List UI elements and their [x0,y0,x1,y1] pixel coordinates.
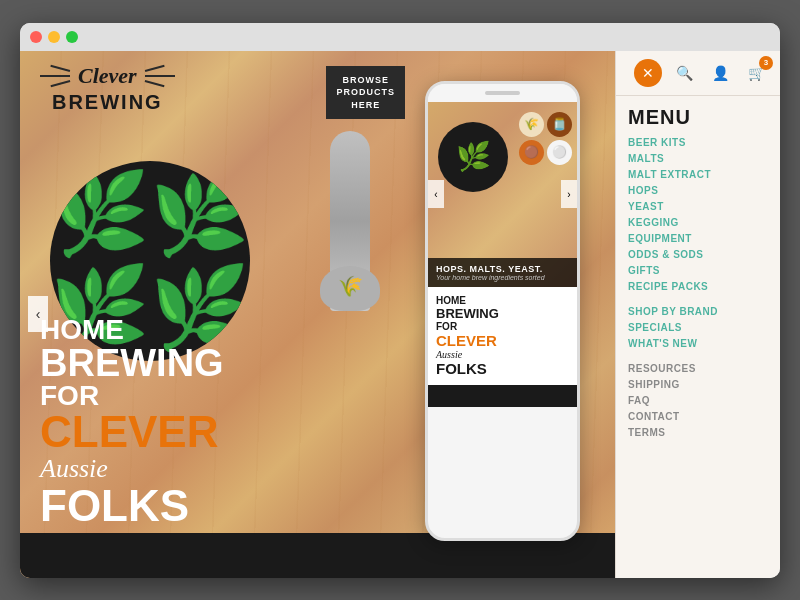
menu-item-terms[interactable]: TERMS [628,425,768,440]
menu-divider-2 [628,352,768,360]
search-button[interactable]: 🔍 [670,59,698,87]
hero-home: HOME [40,316,224,344]
phone-carousel-left[interactable]: ‹ [428,180,444,208]
cart-button[interactable]: 🛒 3 [742,59,770,87]
browser-content: Clever BREWING BROWSEPRODUCTSHERE 🌿🌿🌿🌿 🌾 [20,51,780,578]
cart-badge: 3 [759,56,773,70]
phone-hero-home: HOME [436,295,569,306]
hero-clever: CLEVER [40,410,224,454]
phone-hero-aussie: Aussie [436,349,569,360]
carousel-left-arrow[interactable]: ‹ [28,296,48,332]
phone-hero-clever: CLEVER [436,332,569,349]
hero-folks: FOLKS [40,484,224,528]
menu-divider-1 [628,295,768,303]
scoop-area: 🌾 [300,131,400,351]
main-area: Clever BREWING BROWSEPRODUCTSHERE 🌿🌿🌿🌿 🌾 [20,51,615,578]
user-button[interactable]: 👤 [706,59,734,87]
scoop-icon: 🌾 [330,131,370,311]
browser-titlebar [20,23,780,51]
spice-1: 🌾 [519,112,544,137]
menu-item-shipping[interactable]: SHIPPING [628,377,768,392]
phone-carousel-banner: HOPS. MALTS. YEAST. Your home brew ingre… [428,258,577,287]
menu-item-hops[interactable]: HOPS [628,183,768,198]
phone-top-bar [428,84,577,102]
phone-mockup: ‹ › 🌿 🌾 🫙 🟤 ⚪ HOPS. MALTS. YEAST. Your h… [425,81,580,541]
spice-3: 🟤 [519,140,544,165]
phone-hero-section: HOME BREWING FOR CLEVER Aussie FOLKS [428,287,577,385]
search-icon: 🔍 [676,65,693,81]
minimize-button[interactable] [48,31,60,43]
menu-item-whats-new[interactable]: WHAT'S NEW [628,336,768,351]
hero-brewing: BREWING [40,344,224,382]
phone-banner-subtitle: Your home brew ingredients sorted [436,274,569,281]
phone-hero-brewing: BREWING [436,306,569,321]
close-menu-button[interactable]: ✕ [634,59,662,87]
menu-item-recipe-packs[interactable]: RECIPE PACKS [628,279,768,294]
phone-bottom-bar [428,385,577,407]
menu-item-malts[interactable]: MALTS [628,151,768,166]
menu-item-resources[interactable]: RESOURCES [628,361,768,376]
phone-banner-title: HOPS. MALTS. YEAST. [436,264,569,274]
phone-bowl-icon: 🌿 [438,122,508,192]
logo: Clever BREWING [40,63,175,114]
menu-item-contact[interactable]: CONTACT [628,409,768,424]
menu-item-gifts[interactable]: GIFTS [628,263,768,278]
logo-line-right [145,75,175,77]
phone-carousel-right[interactable]: › [561,180,577,208]
user-icon: 👤 [712,65,729,81]
phone-hero-folks: FOLKS [436,360,569,377]
sidebar: ✕ 🔍 👤 🛒 3 MENU BEER KITS MALTS MAL [615,51,780,578]
menu-item-odds-sods[interactable]: ODDS & SODS [628,247,768,262]
spice-4: ⚪ [547,140,572,165]
phone-speaker [485,91,520,95]
menu-item-beer-kits[interactable]: BEER KITS [628,135,768,150]
scoop-contents: 🌾 [320,266,380,296]
phone-spices: 🌾 🫙 🟤 ⚪ [519,112,572,165]
menu-item-equipment[interactable]: EQUIPMENT [628,231,768,246]
browse-products-button[interactable]: BROWSEPRODUCTSHERE [326,66,405,120]
close-icon: ✕ [642,65,654,81]
menu-item-specials[interactable]: SPECIALS [628,320,768,335]
menu-item-kegging[interactable]: KEGGING [628,215,768,230]
fullscreen-button[interactable] [66,31,78,43]
menu-item-faq[interactable]: FAQ [628,393,768,408]
hero-for: FOR [40,382,224,410]
menu-item-shop-by-brand[interactable]: SHOP BY BRAND [628,304,768,319]
menu-item-yeast[interactable]: YEAST [628,199,768,214]
logo-rays: Clever [40,63,175,89]
menu-item-malt-extract[interactable]: MALT EXTRACT [628,167,768,182]
hero-aussie: Aussie [40,454,224,484]
hero-text: HOME BREWING FOR CLEVER Aussie FOLKS [40,316,224,528]
spice-2: 🫙 [547,112,572,137]
menu-title: MENU [616,96,780,135]
phone-hero-for: FOR [436,321,569,332]
close-button[interactable] [30,31,42,43]
browser-window: Clever BREWING BROWSEPRODUCTSHERE 🌿🌿🌿🌿 🌾 [20,23,780,578]
sidebar-top-bar: ✕ 🔍 👤 🛒 3 [616,51,780,96]
scoop-bowl: 🌾 [320,266,380,311]
menu-items: BEER KITS MALTS MALT EXTRACT HOPS YEAST … [616,135,780,440]
logo-brewing: BREWING [40,91,175,114]
logo-clever: Clever [78,63,137,89]
logo-line-left [40,75,70,77]
phone-carousel: ‹ › 🌿 🌾 🫙 🟤 ⚪ HOPS. MALTS. YEAST. Your h… [428,102,577,287]
